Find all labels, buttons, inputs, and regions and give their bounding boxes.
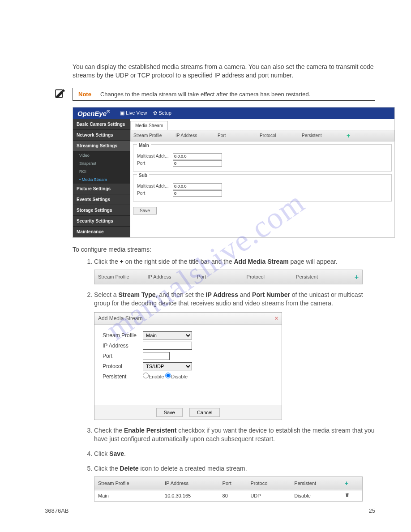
footer-doc-id: 36876AB [45,507,69,514]
sub-port-label: Port [137,191,173,196]
dlg-port-input[interactable] [143,352,170,360]
brand-logo: OpenEye® [77,109,110,117]
group-main: Main Multicast Addr... Port [133,144,392,172]
main-port-label: Port [137,161,173,166]
note-text: Changes to the media stream will take ef… [100,91,310,98]
dlg-disable-radio[interactable] [165,373,171,378]
add-stream-icon[interactable]: + [345,480,348,487]
col-ip-address: IP Address [176,133,218,138]
tab-setup[interactable]: ✿ Setup [153,110,171,116]
step-1: Click the + on the right side of the tit… [94,257,375,284]
add-stream-icon[interactable]: + [344,132,391,139]
sidebar-item-picture[interactable]: Picture Settings [73,184,130,194]
cell-profile: Main [94,490,162,502]
sub-port-input[interactable] [173,190,222,197]
step-3: Check the Enable Persistent checkbox if … [94,426,375,443]
col-persistent: Persistent [296,274,346,280]
steps-list: Click the + on the right side of the tit… [94,257,375,502]
sidebar-item-security[interactable]: Security Settings [73,216,130,227]
dlg-ip-input[interactable] [143,342,192,350]
note-label: Note [78,91,91,98]
step-2: Select a Stream Type, and then set the I… [94,291,375,420]
cell-persistent: Disable [291,490,341,502]
col-ip-address: IP Address [161,476,219,490]
col-stream-profile: Stream Profile [94,476,162,490]
dlg-enable-radio[interactable] [143,373,149,378]
col-port: Port [197,274,247,280]
dlg-cancel-button[interactable]: Cancel [189,408,220,417]
sidebar: Basic Camera Settings Network Settings S… [73,119,130,237]
group-sub-legend: Sub [137,173,149,178]
dlg-protocol-select[interactable]: TS/UDP [143,362,192,370]
col-port: Port [218,133,260,138]
tab-live-view[interactable]: ▣ Live View [120,110,147,116]
sub-addr-input[interactable] [173,183,222,189]
step-5: Click the Delete icon to delete a create… [94,464,375,502]
screenshot-media-stream: OpenEye® ▣ Live View ✿ Setup Basic Camer… [73,107,395,238]
col-protocol: Protocol [247,476,291,490]
section-heading: To configure media streams: [73,246,375,253]
edit-icon [55,88,66,101]
cell-protocol: UDP [247,490,291,502]
sidebar-sub-snapshot[interactable]: Snapshot [73,159,130,167]
sidebar-item-maintenance[interactable]: Maintenance [73,227,130,237]
page-footer: 36876AB 25 [45,507,375,514]
save-button[interactable]: Save [133,207,157,215]
sidebar-sub-video[interactable]: Video [73,151,130,159]
dlg-profile-label: Stream Profile [103,332,143,339]
cell-ip: 10.0.30.165 [161,490,219,502]
step-4: Click Save. [94,450,375,458]
stream-table-header: Stream Profile IP Address Port Protocol … [130,130,394,142]
dlg-protocol-label: Protocol [103,363,143,370]
sidebar-item-network[interactable]: Network Settings [73,130,130,141]
main-port-input[interactable] [173,160,222,167]
col-stream-profile: Stream Profile [98,274,148,280]
content-tab-media-stream[interactable]: Media Stream [130,121,168,130]
sub-addr-label: Multicast Addr... [137,184,173,189]
col-persistent: Persistent [291,476,341,490]
dlg-ip-label: IP Address [103,342,143,349]
col-protocol: Protocol [247,274,296,280]
sidebar-item-streaming[interactable]: Streaming Settings [73,141,130,151]
dlg-profile-select[interactable]: Main [143,331,192,339]
sidebar-sub-roi[interactable]: ROI [73,167,130,176]
stream-table: Stream Profile IP Address Port Protocol … [94,476,363,502]
table-row: Main 10.0.30.165 80 UDP Disable [94,490,363,502]
col-ip-address: IP Address [148,274,197,280]
col-protocol: Protocol [260,133,302,138]
main-addr-label: Multicast Addr... [137,154,173,159]
dlg-port-label: Port [103,352,143,360]
title-bar-example: Stream Profile IP Address Port Protocol … [94,270,363,285]
group-sub: Sub Multicast Addr... Port [133,174,392,202]
intro-text: You can display the established media st… [73,63,395,80]
group-main-legend: Main [137,143,151,148]
dlg-save-button[interactable]: Save [156,408,183,417]
footer-page-number: 25 [369,507,375,514]
col-stream-profile: Stream Profile [133,133,176,138]
sidebar-item-basic[interactable]: Basic Camera Settings [73,119,130,130]
main-addr-input[interactable] [173,153,222,159]
dialog-title: Add Media Stream [98,315,142,322]
col-persistent: Persistent [302,133,344,138]
add-stream-icon[interactable]: + [346,272,359,282]
col-port: Port [219,476,247,490]
dlg-persistent-label: Persistent [103,373,143,380]
note-box: Note Changes to the media stream will ta… [73,88,375,101]
sidebar-item-events[interactable]: Events Settings [73,194,130,205]
delete-icon[interactable] [345,493,350,498]
cell-port: 80 [219,490,247,502]
close-icon[interactable]: × [275,315,278,322]
note-row: Note Changes to the media stream will ta… [55,88,375,101]
sidebar-sub-media-stream[interactable]: • Media Stream [73,176,130,184]
add-media-stream-dialog: Add Media Stream × Stream Profile Main I… [94,312,282,420]
sidebar-item-storage[interactable]: Storage Settings [73,205,130,216]
